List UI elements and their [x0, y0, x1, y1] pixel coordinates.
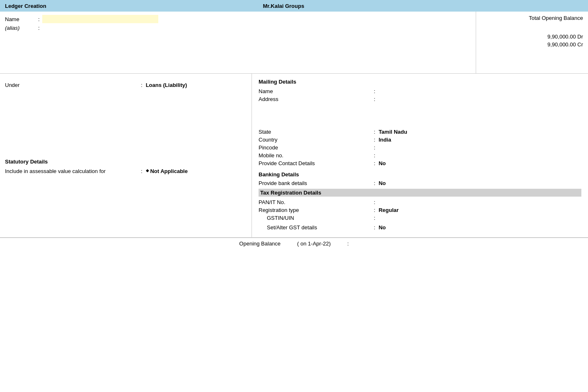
tob-title: Total Opening Balance	[481, 15, 583, 21]
state-row: State : Tamil Nadu	[259, 129, 581, 135]
on-date-label: ( on 1-Apr-22)	[297, 240, 331, 247]
header-title-center: Mr.Kalai Groups	[263, 3, 304, 9]
under-value: Loans (Liability)	[146, 82, 187, 88]
mobile-row: Mobile no. :	[259, 152, 581, 159]
pincode-row: Pincode :	[259, 144, 581, 151]
tax-registration-title: Tax Registration Details	[259, 189, 581, 197]
tob-amount-cr: 9,90,000.00 Cr	[481, 41, 583, 48]
provide-bank-value: No	[379, 180, 386, 186]
set-alter-row: Set/Alter GST details : No	[259, 224, 581, 231]
address-spacer	[259, 104, 581, 129]
name-colon: :	[38, 16, 40, 22]
registration-type-colon: :	[374, 207, 375, 213]
country-value: India	[379, 137, 391, 143]
registration-type-row: Registration type : Regular	[259, 207, 581, 213]
alias-row: (alias) :	[5, 25, 471, 31]
state-label: State	[259, 129, 370, 135]
provide-contact-row: Provide Contact Details : No	[259, 160, 581, 166]
pan-it-row: PAN/IT No. :	[259, 199, 581, 205]
gstin-colon: :	[374, 215, 375, 221]
name-row: Name :	[5, 15, 471, 23]
provide-bank-label: Provide bank details	[259, 180, 370, 186]
include-row: Include in assessable value calculation …	[5, 168, 247, 174]
tob-amount-dr: 9,90,000.00 Dr	[481, 34, 583, 40]
under-label: Under	[5, 82, 138, 88]
mailing-address-label: Address	[259, 96, 370, 102]
mailing-address-row: Address :	[259, 96, 581, 102]
mobile-colon: :	[374, 152, 375, 159]
alias-colon: :	[38, 25, 40, 31]
name-area: Name : (alias) :	[0, 12, 476, 73]
right-panel: Mailing Details Name : Address : State :…	[252, 74, 588, 237]
mobile-label: Mobile no.	[259, 152, 370, 159]
pan-it-label: PAN/IT No.	[259, 199, 370, 205]
pincode-label: Pincode	[259, 144, 370, 151]
set-alter-value: No	[379, 224, 386, 231]
footer-colon: :	[347, 240, 349, 247]
gstin-row: GSTIN/UIN :	[259, 215, 581, 221]
state-colon: :	[374, 129, 375, 135]
banking-details-title: Banking Details	[259, 171, 581, 178]
include-label: Include in assessable value calculation …	[5, 168, 138, 174]
name-input[interactable]	[42, 15, 158, 23]
provide-contact-label: Provide Contact Details	[259, 160, 370, 166]
country-row: Country : India	[259, 137, 581, 143]
main-section: Under : Loans (Liability) Statutory Deta…	[0, 74, 588, 238]
header-bar: Ledger Creation Mr.Kalai Groups	[0, 0, 588, 12]
opening-balance-label: Opening Balance	[239, 240, 281, 247]
provide-bank-row: Provide bank details : No	[259, 180, 581, 186]
include-colon: :	[141, 168, 143, 174]
state-value: Tamil Nadu	[379, 129, 407, 135]
set-alter-label: Set/Alter GST details	[267, 224, 370, 231]
mailing-address-colon: :	[374, 96, 375, 102]
under-row: Under : Loans (Liability)	[5, 82, 247, 88]
diamond-icon: ◆	[146, 168, 150, 173]
mailing-name-row: Name :	[259, 88, 581, 94]
gstin-label: GSTIN/UIN	[267, 215, 370, 221]
country-colon: :	[374, 137, 375, 143]
alias-label: (alias)	[5, 25, 38, 31]
left-panel: Under : Loans (Liability) Statutory Deta…	[0, 74, 252, 237]
statutory-details-title: Statutory Details	[5, 159, 247, 165]
mailing-name-colon: :	[374, 88, 375, 94]
include-value: Not Applicable	[150, 168, 188, 174]
registration-type-value: Regular	[379, 207, 399, 213]
top-section: Name : (alias) : Total Opening Balance 9…	[0, 12, 588, 74]
pincode-colon: :	[374, 144, 375, 151]
under-colon: :	[141, 82, 143, 88]
provide-contact-value: No	[379, 160, 386, 166]
provide-contact-colon: :	[374, 160, 375, 166]
set-alter-colon: :	[374, 224, 375, 231]
pan-it-colon: :	[374, 199, 375, 205]
mailing-name-label: Name	[259, 88, 370, 94]
provide-bank-colon: :	[374, 180, 375, 186]
footer: Opening Balance ( on 1-Apr-22) :	[0, 238, 588, 249]
registration-type-label: Registration type	[259, 207, 370, 213]
total-opening-balance: Total Opening Balance 9,90,000.00 Dr 9,9…	[476, 12, 588, 73]
header-title-left: Ledger Creation	[5, 3, 46, 9]
name-label: Name	[5, 16, 38, 22]
mailing-details-title: Mailing Details	[259, 79, 581, 85]
country-label: Country	[259, 137, 370, 143]
